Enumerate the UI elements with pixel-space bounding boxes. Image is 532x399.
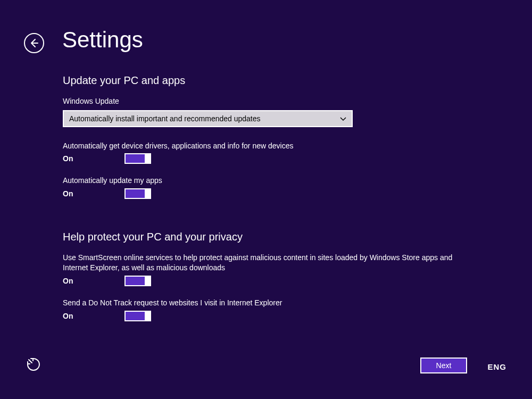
toggle-label-apps: Automatically update my apps: [63, 176, 478, 186]
toggle-label-smartscreen: Use SmartScreen online services to help …: [63, 253, 478, 273]
language-indicator[interactable]: ENG: [487, 362, 506, 371]
footer: Next ENG: [0, 352, 532, 373]
toggle-state-apps: On: [63, 189, 124, 198]
toggle-label-dnt: Send a Do Not Track request to websites …: [63, 298, 478, 309]
toggle-state-dnt: On: [63, 312, 124, 320]
toggle-label-drivers: Automatically get device drivers, applic…: [63, 141, 478, 152]
toggle-state-smartscreen: On: [63, 277, 124, 285]
ease-of-access-button[interactable]: [26, 356, 41, 375]
back-button[interactable]: [24, 33, 44, 53]
next-button[interactable]: Next: [420, 358, 467, 373]
toggle-knob: [145, 153, 151, 164]
toggle-smartscreen[interactable]: [124, 276, 151, 286]
page-title: Settings: [62, 29, 143, 51]
next-button-label: Next: [436, 361, 452, 370]
windows-update-select[interactable]: Automatically install important and reco…: [63, 110, 353, 127]
section-heading-protect: Help protect your PC and your privacy: [63, 231, 500, 243]
back-arrow-icon: [29, 38, 39, 48]
select-value: Automatically install important and reco…: [69, 114, 346, 123]
chevron-down-icon: [340, 114, 346, 123]
toggle-dnt[interactable]: [124, 311, 151, 321]
toggle-knob: [145, 188, 151, 199]
toggle-drivers[interactable]: [124, 153, 151, 164]
toggle-knob: [145, 311, 151, 321]
toggle-apps[interactable]: [124, 188, 151, 199]
content: Update your PC and apps Windows Update A…: [63, 74, 500, 333]
dropdown-label: Windows Update: [63, 96, 500, 107]
ease-of-access-icon: [26, 356, 41, 372]
section-heading-update: Update your PC and apps: [63, 74, 500, 87]
header: Settings: [24, 29, 143, 51]
toggle-state-drivers: On: [63, 154, 124, 163]
toggle-knob: [145, 276, 151, 286]
